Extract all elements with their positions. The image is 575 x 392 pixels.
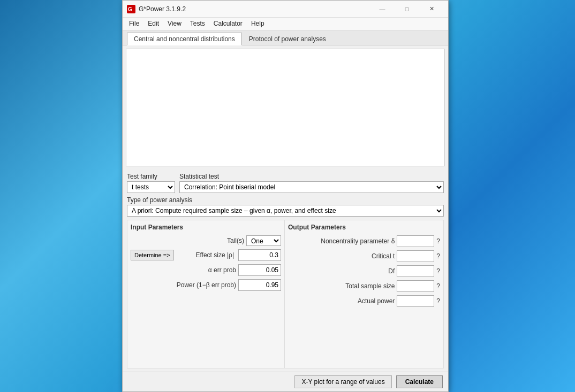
total-sample-row: Total sample size ? [288,280,440,292]
bottom-bar: X-Y plot for a range of values Calculate [123,372,448,391]
alpha-label: α err prob [208,266,236,274]
actual-power-row: Actual power ? [288,295,440,307]
determine-button[interactable]: Determine => [131,250,174,260]
tails-select[interactable]: One Two [246,235,281,246]
power-analysis-select[interactable]: A priori: Compute required sample size –… [127,205,444,217]
plot-area [126,49,445,166]
critical-t-qmark: ? [436,252,440,260]
output-parameters-panel: Output Parameters Noncentrality paramete… [285,220,444,368]
critical-t-value[interactable] [397,250,434,262]
test-family-label: Test family [127,173,175,180]
tab-bar: Central and noncentral distributions Pro… [123,30,448,45]
actual-power-label: Actual power [358,297,395,305]
title-bar: G G*Power 3.1.9.2 — □ ✕ [123,1,448,18]
minimize-button[interactable]: — [370,1,395,18]
alpha-input[interactable] [238,264,281,276]
app-icon: G [127,5,135,13]
menu-view[interactable]: View [163,19,186,29]
input-params-title: Input Parameters [131,224,281,231]
effect-size-label: Effect size |ρ| [195,251,234,259]
power-row: Power (1−β err prob) [131,279,281,291]
df-qmark: ? [436,267,440,275]
maximize-button[interactable]: □ [395,1,419,18]
menu-tests[interactable]: Tests [186,19,209,29]
close-button[interactable]: ✕ [419,1,444,18]
total-sample-value[interactable] [397,280,434,292]
menu-bar: File Edit View Tests Calculator Help [123,18,448,30]
input-parameters-panel: Input Parameters Tail(s) One Two Determi… [127,220,285,368]
noncentrality-qmark: ? [436,237,440,245]
actual-power-value[interactable] [397,295,434,307]
tails-label: Tail(s) [227,237,244,244]
statistical-test-group: Statistical test Correlation: Point bise… [179,173,444,193]
window-title: G*Power 3.1.9.2 [139,5,370,13]
test-family-group: Test family t tests [127,173,175,193]
actual-power-qmark: ? [436,297,440,305]
svg-text:G: G [128,6,132,12]
window-controls: — □ ✕ [370,1,444,18]
power-input[interactable] [238,279,281,291]
statistical-test-label: Statistical test [179,173,444,180]
xy-plot-button[interactable]: X-Y plot for a range of values [294,375,391,388]
tails-row: Tail(s) One Two [131,235,281,246]
application-window: G G*Power 3.1.9.2 — □ ✕ File Edit View T… [122,0,449,392]
effect-size-input[interactable] [238,249,281,261]
effect-size-group: Effect size |ρ| [195,249,281,261]
df-value[interactable] [397,265,434,277]
menu-edit[interactable]: Edit [143,19,163,29]
menu-file[interactable]: File [125,19,143,29]
statistical-test-select[interactable]: Correlation: Point biserial model [179,181,444,193]
df-label: Df [388,267,395,275]
test-family-select[interactable]: t tests [127,181,175,193]
parameters-section: Test family t tests Statistical test Cor… [123,170,448,372]
tab-distributions[interactable]: Central and noncentral distributions [127,33,242,45]
critical-t-row: Critical t ? [288,250,440,262]
total-sample-qmark: ? [436,282,440,290]
noncentrality-row: Noncentrality parameter δ ? [288,235,440,247]
effect-size-row: Determine => Effect size |ρ| [131,249,281,261]
menu-calculator[interactable]: Calculator [209,19,247,29]
params-two-col: Input Parameters Tail(s) One Two Determi… [127,220,444,368]
noncentrality-value[interactable] [397,235,434,247]
power-analysis-group: Type of power analysis A priori: Compute… [127,196,444,217]
critical-t-label: Critical t [372,252,395,260]
tab-protocol[interactable]: Protocol of power analyses [242,33,333,45]
power-label: Power (1−β err prob) [177,281,236,289]
df-row: Df ? [288,265,440,277]
menu-help[interactable]: Help [247,19,269,29]
total-sample-label: Total sample size [345,282,395,290]
output-params-title: Output Parameters [288,224,440,231]
alpha-row: α err prob [131,264,281,276]
power-analysis-label: Type of power analysis [127,196,444,204]
noncentrality-label: Noncentrality parameter δ [321,237,395,245]
test-family-row: Test family t tests Statistical test Cor… [127,173,444,193]
calculate-button[interactable]: Calculate [396,375,443,388]
